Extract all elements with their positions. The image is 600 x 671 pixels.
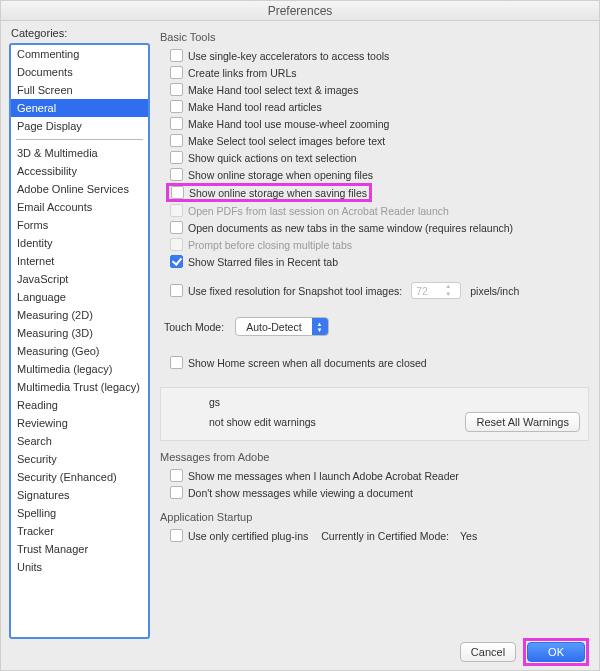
touch-mode-value: Auto-Detect <box>236 321 311 333</box>
sidebar-item[interactable]: Units <box>11 558 148 576</box>
sidebar-item[interactable]: Multimedia Trust (legacy) <box>11 378 148 396</box>
basic-tools-options: Use single-key accelerators to access to… <box>160 47 589 270</box>
sidebar-item[interactable]: Documents <box>11 63 148 81</box>
sidebar-item[interactable]: Email Accounts <box>11 198 148 216</box>
content-area: Categories: CommentingDocumentsFull Scre… <box>1 21 599 637</box>
basic-tools-heading: Basic Tools <box>160 31 589 43</box>
sidebar-item[interactable]: Internet <box>11 252 148 270</box>
sidebar-item[interactable]: Commenting <box>11 45 148 63</box>
option-row: Prompt before closing multiple tabs <box>170 236 589 253</box>
highlighted-option: Show online storage when saving files <box>166 183 372 202</box>
sidebar-item[interactable]: Multimedia (legacy) <box>11 360 148 378</box>
sidebar-item[interactable]: Measuring (2D) <box>11 306 148 324</box>
sidebar-item[interactable]: 3D & Multimedia <box>11 144 148 162</box>
sidebar-item[interactable]: Page Display <box>11 117 148 135</box>
sidebar-item[interactable]: Security <box>11 450 148 468</box>
sidebar-separator <box>16 139 143 140</box>
option-checkbox <box>170 238 183 251</box>
warnings-frag1: gs <box>169 394 580 410</box>
certified-plugins-label: Use only certified plug-ins <box>188 530 308 542</box>
window-title: Preferences <box>1 1 599 21</box>
certified-plugins-checkbox[interactable] <box>170 529 183 542</box>
option-label: Show Starred files in Recent tab <box>188 256 338 268</box>
touch-mode-label: Touch Mode: <box>164 321 224 333</box>
touch-mode-select[interactable]: Auto-Detect ▲▼ <box>235 317 328 336</box>
option-row: Open documents as new tabs in the same w… <box>170 219 589 236</box>
snapshot-value: 72 <box>412 285 436 297</box>
sidebar-item[interactable]: Accessibility <box>11 162 148 180</box>
option-checkbox[interactable] <box>170 168 183 181</box>
option-checkbox[interactable] <box>170 221 183 234</box>
option-row: Use single-key accelerators to access to… <box>170 47 589 64</box>
option-checkbox <box>170 204 183 217</box>
sidebar-item[interactable]: Forms <box>11 216 148 234</box>
option-row: Create links from URLs <box>170 64 589 81</box>
home-screen-row: Show Home screen when all documents are … <box>170 354 589 371</box>
sidebar-item[interactable]: Tracker <box>11 522 148 540</box>
option-checkbox[interactable] <box>171 186 184 199</box>
sidebar-item[interactable]: JavaScript <box>11 270 148 288</box>
sidebar-item[interactable]: Signatures <box>11 486 148 504</box>
dialog-footer: Cancel OK <box>1 634 599 668</box>
categories-list[interactable]: CommentingDocumentsFull ScreenGeneralPag… <box>9 43 150 639</box>
option-label: Prompt before closing multiple tabs <box>188 239 352 251</box>
option-checkbox[interactable] <box>170 255 183 268</box>
option-checkbox[interactable] <box>170 117 183 130</box>
sidebar-item[interactable]: Reviewing <box>11 414 148 432</box>
option-label: Make Hand tool select text & images <box>188 84 358 96</box>
snapshot-stepper[interactable]: ▲▼ <box>436 283 460 298</box>
reset-warnings-button[interactable]: Reset All Warnings <box>465 412 580 432</box>
option-checkbox[interactable] <box>170 66 183 79</box>
option-row: Make Select tool select images before te… <box>170 132 589 149</box>
option-row: Show quick actions on text selection <box>170 149 589 166</box>
option-label: Make Hand tool read articles <box>188 101 322 113</box>
option-checkbox[interactable] <box>170 49 183 62</box>
option-checkbox[interactable] <box>170 469 183 482</box>
ok-button[interactable]: OK <box>527 642 585 662</box>
option-label: Show me messages when I launch Adobe Acr… <box>188 470 459 482</box>
option-label: Make Hand tool use mouse-wheel zooming <box>188 118 389 130</box>
option-checkbox[interactable] <box>170 83 183 96</box>
sidebar-item[interactable]: Adobe Online Services <box>11 180 148 198</box>
categories-label: Categories: <box>11 27 150 39</box>
ok-highlight: OK <box>523 638 589 666</box>
sidebar-item[interactable]: Spelling <box>11 504 148 522</box>
sidebar-item[interactable]: Security (Enhanced) <box>11 468 148 486</box>
sidebar-item[interactable]: Measuring (Geo) <box>11 342 148 360</box>
option-checkbox[interactable] <box>170 100 183 113</box>
option-row: Make Hand tool use mouse-wheel zooming <box>170 115 589 132</box>
sidebar-item[interactable]: General <box>11 99 148 117</box>
sidebar-item[interactable]: Trust Manager <box>11 540 148 558</box>
option-label: Don't show messages while viewing a docu… <box>188 487 413 499</box>
sidebar-item[interactable]: Language <box>11 288 148 306</box>
option-checkbox[interactable] <box>170 134 183 147</box>
snapshot-input[interactable]: 72 ▲▼ <box>411 282 461 299</box>
option-row: Show Starred files in Recent tab <box>170 253 589 270</box>
snapshot-checkbox[interactable] <box>170 284 183 297</box>
settings-panel: Basic Tools Use single-key accelerators … <box>156 21 599 637</box>
sidebar-item[interactable]: Measuring (3D) <box>11 324 148 342</box>
option-label: Show online storage when saving files <box>189 187 367 199</box>
preferences-window: Preferences Categories: CommentingDocume… <box>0 0 600 671</box>
home-screen-checkbox[interactable] <box>170 356 183 369</box>
warnings-frag2-row: not show edit warnings Reset All Warning… <box>169 410 580 434</box>
sidebar-item[interactable]: Full Screen <box>11 81 148 99</box>
cancel-button[interactable]: Cancel <box>460 642 516 662</box>
option-label: Create links from URLs <box>188 67 297 79</box>
option-checkbox[interactable] <box>170 486 183 499</box>
option-row: Show online storage when saving files <box>170 183 589 202</box>
sidebar-item[interactable]: Search <box>11 432 148 450</box>
option-row: Show online storage when opening files <box>170 166 589 183</box>
certified-mode-value: Yes <box>460 530 477 542</box>
option-label: Open documents as new tabs in the same w… <box>188 222 513 234</box>
option-label: Use single-key accelerators to access to… <box>188 50 389 62</box>
sidebar: Categories: CommentingDocumentsFull Scre… <box>1 21 156 637</box>
certified-mode-label: Currently in Certified Mode: <box>321 530 449 542</box>
option-label: Show online storage when opening files <box>188 169 373 181</box>
sidebar-item[interactable]: Identity <box>11 234 148 252</box>
option-row: Make Hand tool select text & images <box>170 81 589 98</box>
snapshot-row: Use fixed resolution for Snapshot tool i… <box>170 280 589 301</box>
snapshot-unit: pixels/inch <box>470 285 519 297</box>
option-checkbox[interactable] <box>170 151 183 164</box>
sidebar-item[interactable]: Reading <box>11 396 148 414</box>
